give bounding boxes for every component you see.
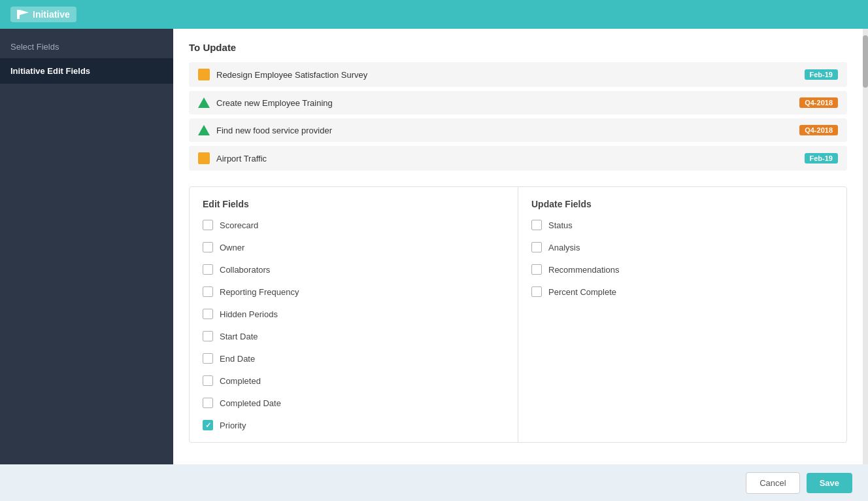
checkbox-recommendations: Recommendations <box>531 264 833 275</box>
content-area: To Update Redesign Employee Satisfaction… <box>173 29 863 464</box>
checkbox-scorecard: Scorecard <box>203 220 505 230</box>
start-date-label: Start Date <box>220 332 258 341</box>
main-container: Select Fields Initiative Edit Fields To … <box>0 29 868 464</box>
to-update-title: To Update <box>189 42 847 53</box>
checkbox-completed-date: Completed Date <box>203 398 505 408</box>
recommendations-checkbox[interactable] <box>531 264 542 275</box>
status-checkbox[interactable] <box>531 220 542 230</box>
checkbox-hidden-periods: Hidden Periods <box>203 309 505 319</box>
app-logo: Initiative <box>10 7 76 22</box>
initiative-name: Create new Employee Training <box>216 98 333 108</box>
yellow-square-icon <box>198 152 210 164</box>
list-item[interactable]: Find new food service provider Q4-2018 <box>189 118 847 142</box>
completed-date-label: Completed Date <box>220 398 281 408</box>
green-arrow-icon <box>198 125 210 135</box>
end-date-checkbox[interactable] <box>203 353 213 364</box>
edit-fields-title: Edit Fields <box>203 199 505 209</box>
checkbox-analysis: Analysis <box>531 242 833 252</box>
checkbox-start-date: Start Date <box>203 331 505 341</box>
flag-icon <box>17 10 29 19</box>
collaborators-label: Collaborators <box>220 265 270 275</box>
checkbox-percent-complete: Percent Complete <box>531 286 833 297</box>
checkbox-status: Status <box>531 220 833 230</box>
checkbox-reporting-frequency: Reporting Frequency <box>203 286 505 297</box>
status-badge: Q4-2018 <box>799 97 838 108</box>
percent-complete-checkbox[interactable] <box>531 286 542 297</box>
list-item[interactable]: Redesign Employee Satisfaction Survey Fe… <box>189 62 847 87</box>
checkbox-completed: Completed <box>203 375 505 386</box>
green-arrow-icon <box>198 97 210 108</box>
start-date-checkbox[interactable] <box>203 331 213 341</box>
checkbox-priority: Priority <box>203 420 505 430</box>
edit-fields-section: Edit Fields Scorecard Owner Collaborator… <box>190 187 518 442</box>
reporting-frequency-checkbox[interactable] <box>203 286 213 297</box>
fields-container: Edit Fields Scorecard Owner Collaborator… <box>189 186 847 443</box>
update-fields-title: Update Fields <box>531 199 833 209</box>
completed-date-checkbox[interactable] <box>203 398 213 408</box>
sidebar-item-initiative-edit-fields[interactable]: Initiative Edit Fields <box>0 58 173 84</box>
list-item[interactable]: Create new Employee Training Q4-2018 <box>189 91 847 114</box>
checkbox-owner: Owner <box>203 242 505 252</box>
save-button[interactable]: Save <box>807 473 852 493</box>
owner-label: Owner <box>220 243 244 252</box>
initiative-name: Airport Traffic <box>216 154 267 164</box>
initiative-name: Redesign Employee Satisfaction Survey <box>216 70 367 80</box>
initiative-name: Find new food service provider <box>216 126 332 135</box>
completed-checkbox[interactable] <box>203 375 213 386</box>
completed-label: Completed <box>220 376 261 386</box>
app-title: Initiative <box>33 9 70 20</box>
recommendations-label: Recommendations <box>548 265 619 275</box>
top-bar: Initiative <box>0 0 868 29</box>
initiative-list: Redesign Employee Satisfaction Survey Fe… <box>189 62 847 171</box>
hidden-periods-label: Hidden Periods <box>220 309 278 319</box>
percent-complete-label: Percent Complete <box>548 287 616 297</box>
scorecard-checkbox[interactable] <box>203 220 213 230</box>
analysis-label: Analysis <box>548 243 580 252</box>
end-date-label: End Date <box>220 354 255 364</box>
checkbox-collaborators: Collaborators <box>203 264 505 275</box>
priority-label: Priority <box>220 421 246 430</box>
analysis-checkbox[interactable] <box>531 242 542 252</box>
collaborators-checkbox[interactable] <box>203 264 213 275</box>
scorecard-label: Scorecard <box>220 220 258 230</box>
footer-bar: Cancel Save <box>0 464 868 501</box>
status-badge: Feb-19 <box>805 69 838 80</box>
svg-marker-1 <box>20 10 29 15</box>
update-fields-section: Update Fields Status Analysis Recommenda… <box>518 187 846 442</box>
scrollbar-track[interactable] <box>863 29 868 464</box>
cancel-button[interactable]: Cancel <box>746 472 799 494</box>
sidebar: Select Fields Initiative Edit Fields <box>0 29 173 464</box>
content-scroll-wrapper: To Update Redesign Employee Satisfaction… <box>173 29 868 464</box>
owner-checkbox[interactable] <box>203 242 213 252</box>
checkbox-end-date: End Date <box>203 353 505 364</box>
svg-rect-0 <box>17 10 20 19</box>
hidden-periods-checkbox[interactable] <box>203 309 213 319</box>
status-badge: Q4-2018 <box>799 125 838 135</box>
status-badge: Feb-19 <box>805 153 838 164</box>
scrollbar-thumb[interactable] <box>863 35 868 88</box>
reporting-frequency-label: Reporting Frequency <box>220 287 299 297</box>
sidebar-select-fields-label: Select Fields <box>0 35 173 58</box>
status-label: Status <box>548 220 573 230</box>
list-item[interactable]: Airport Traffic Feb-19 <box>189 146 847 171</box>
priority-checkbox[interactable] <box>203 420 213 430</box>
yellow-square-icon <box>198 69 210 80</box>
